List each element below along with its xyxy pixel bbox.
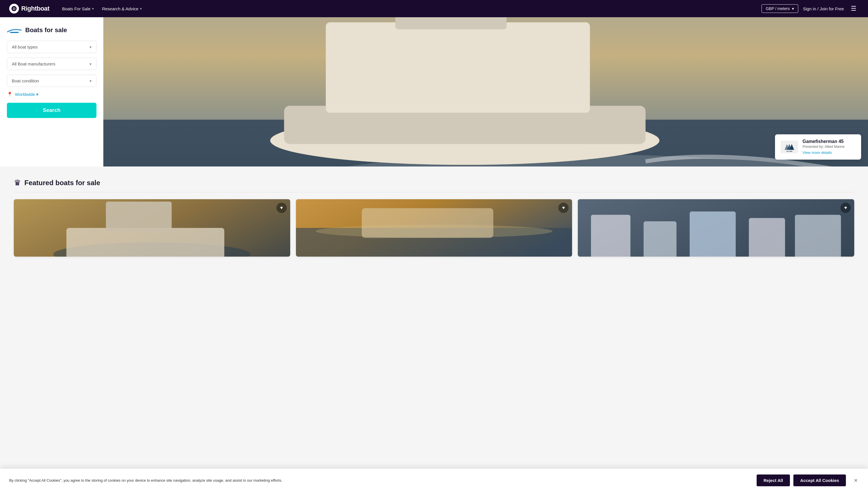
nav-research-advice[interactable]: Research & Advice ▾ <box>98 4 145 14</box>
view-details-link[interactable]: View more details <box>802 150 832 155</box>
location-link[interactable]: Worldwide ▾ <box>15 92 39 97</box>
svg-rect-9 <box>395 17 506 29</box>
boat-cards-grid: ♥ <box>14 199 854 256</box>
svg-rect-28 <box>795 215 841 256</box>
hero-section: Boats for sale All boat types ▾ All Boat… <box>0 17 868 167</box>
svg-rect-22 <box>362 208 493 238</box>
search-panel: Boats for sale All boat types ▾ All Boat… <box>0 17 103 167</box>
chevron-down-icon: ▾ <box>92 7 94 10</box>
nav-boats-label: Boats For Sale <box>62 6 91 11</box>
nav-links: Boats For Sale ▾ Research & Advice ▾ <box>58 4 752 14</box>
boat-listing-image: ♥ <box>578 199 854 256</box>
featured-section: ♛ Featured boats for sale <box>0 167 868 266</box>
boat-presenter: Presented by: Allied Marine <box>802 145 855 149</box>
search-panel-title: Boats for sale <box>25 26 67 34</box>
chevron-down-icon: ▾ <box>90 62 92 66</box>
boat-image-3 <box>578 199 854 256</box>
currency-button[interactable]: GBP / meters ▾ <box>762 4 798 13</box>
chevron-down-icon: ▾ <box>140 7 142 10</box>
nav-right: GBP / meters ▾ Sign in / Join for Free ☰ <box>762 4 859 14</box>
svg-rect-26 <box>690 212 736 256</box>
boat-listing-card[interactable]: ♥ <box>14 199 290 256</box>
chevron-down-icon: ▾ <box>792 6 794 11</box>
boat-types-label: All boat types <box>12 45 38 49</box>
logo-icon: ⓪ <box>9 4 19 14</box>
boat-card: ALLIED Gamefisherman 45 Presented by: Al… <box>775 134 861 159</box>
allied-marine-logo: ALLIED <box>781 141 798 153</box>
featured-header: ♛ Featured boats for sale <box>14 178 854 192</box>
svg-rect-24 <box>591 215 630 256</box>
hamburger-menu-icon[interactable]: ☰ <box>848 4 859 14</box>
favorite-button[interactable]: ♥ <box>276 203 287 213</box>
search-panel-header: Boats for sale <box>7 26 96 34</box>
signin-link[interactable]: Sign in / Join for Free <box>803 6 844 11</box>
crown-icon: ♛ <box>14 178 21 188</box>
boat-listing-image: ♥ <box>296 199 572 256</box>
boat-card-info: Gamefisherman 45 Presented by: Allied Ma… <box>802 139 855 155</box>
boat-name: Gamefisherman 45 <box>802 139 855 144</box>
svg-rect-27 <box>749 218 785 256</box>
chevron-down-icon: ▾ <box>36 92 39 97</box>
condition-dropdown[interactable]: Boat condition ▾ <box>7 75 96 87</box>
chevron-down-icon: ▾ <box>90 79 92 83</box>
boat-types-dropdown[interactable]: All boat types ▾ <box>7 41 96 53</box>
boat-listing-card[interactable]: ♥ <box>578 199 854 256</box>
manufacturers-dropdown[interactable]: All Boat manufacturers ▾ <box>7 58 96 70</box>
svg-rect-17 <box>66 228 224 256</box>
currency-label: GBP / meters <box>766 6 790 11</box>
svg-rect-8 <box>326 22 590 113</box>
chevron-down-icon: ▾ <box>90 45 92 49</box>
search-button[interactable]: Search <box>7 103 96 118</box>
manufacturers-label: All Boat manufacturers <box>12 62 55 66</box>
boat-image-2 <box>296 199 572 256</box>
boat-icon <box>7 27 22 33</box>
hero-background <box>103 17 868 167</box>
svg-rect-18 <box>106 201 172 231</box>
location-pin-icon: 📍 <box>7 92 13 97</box>
boat-listing-card[interactable]: ♥ <box>296 199 572 256</box>
hero-image: ALLIED Gamefisherman 45 Presented by: Al… <box>103 17 868 167</box>
location-label: Worldwide <box>15 92 35 97</box>
svg-text:⓪: ⓪ <box>13 7 16 10</box>
svg-text:ALLIED: ALLIED <box>786 150 792 152</box>
featured-title: Featured boats for sale <box>24 179 100 187</box>
favorite-button[interactable]: ♥ <box>840 203 851 213</box>
navbar: ⓪ Rightboat Boats For Sale ▾ Research & … <box>0 0 868 17</box>
svg-rect-25 <box>644 221 677 256</box>
logo-text: Rightboat <box>21 5 49 13</box>
boat-image-1 <box>14 199 290 256</box>
logo[interactable]: ⓪ Rightboat <box>9 4 49 14</box>
nav-boats-for-sale[interactable]: Boats For Sale ▾ <box>58 4 97 14</box>
condition-label: Boat condition <box>12 78 39 83</box>
nav-research-label: Research & Advice <box>102 6 138 11</box>
location-row: 📍 Worldwide ▾ <box>7 92 96 97</box>
boat-listing-image: ♥ <box>14 199 290 256</box>
